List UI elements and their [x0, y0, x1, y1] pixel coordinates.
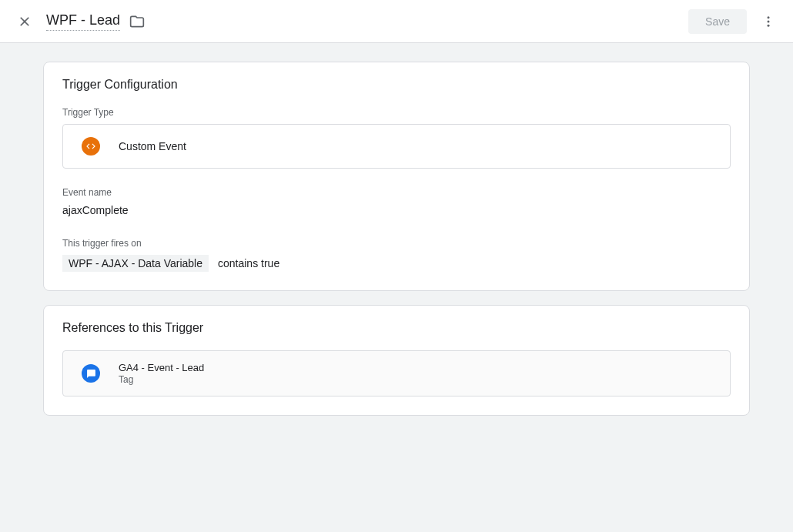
close-button[interactable] [9, 6, 40, 37]
trigger-type-value: Custom Event [119, 140, 186, 152]
reference-name: GA4 - Event - Lead [119, 362, 204, 373]
condition-variable: WPF - AJAX - Data Variable [62, 255, 209, 272]
svg-point-2 [768, 24, 770, 26]
content-area: Trigger Configuration Trigger Type Custo… [0, 43, 793, 448]
folder-icon [129, 14, 145, 29]
references-card: References to this Trigger GA4 - Event -… [43, 305, 750, 416]
custom-event-icon [82, 137, 100, 156]
trigger-config-title: Trigger Configuration [62, 78, 731, 92]
header-bar: WPF - Lead Save [0, 0, 793, 43]
event-name-label: Event name [62, 187, 731, 198]
page-title[interactable]: WPF - Lead [46, 12, 120, 31]
references-title: References to this Trigger [62, 321, 731, 335]
more-vert-icon [761, 15, 775, 28]
trigger-condition: WPF - AJAX - Data Variable contains true [62, 255, 731, 272]
event-name-value: ajaxComplete [62, 204, 731, 216]
more-menu-button[interactable] [753, 6, 784, 37]
svg-point-0 [768, 16, 770, 18]
save-button[interactable]: Save [688, 9, 747, 34]
folder-button[interactable] [129, 14, 145, 29]
fires-on-label: This trigger fires on [62, 238, 731, 249]
reference-item[interactable]: GA4 - Event - Lead Tag [62, 350, 731, 396]
trigger-type-label: Trigger Type [62, 107, 731, 118]
tag-icon [82, 364, 100, 383]
trigger-type-selector[interactable]: Custom Event [62, 124, 731, 169]
reference-type: Tag [119, 374, 204, 385]
trigger-config-card: Trigger Configuration Trigger Type Custo… [43, 62, 750, 291]
close-icon [17, 14, 32, 29]
condition-text: contains true [218, 257, 279, 269]
svg-point-1 [768, 20, 770, 22]
